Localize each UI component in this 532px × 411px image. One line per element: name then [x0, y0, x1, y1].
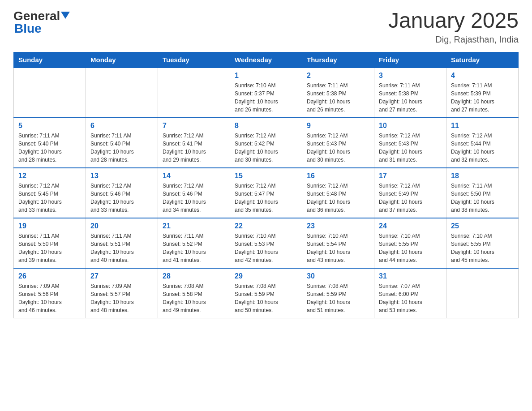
day-number: 31 [379, 272, 442, 280]
calendar-header-friday: Friday [374, 52, 446, 68]
week-row-3: 12Sunrise: 7:12 AM Sunset: 5:45 PM Dayli… [14, 168, 519, 218]
day-number: 22 [235, 222, 297, 230]
calendar-cell: 16Sunrise: 7:12 AM Sunset: 5:48 PM Dayli… [302, 168, 374, 218]
day-number: 2 [307, 72, 369, 80]
day-number: 28 [163, 272, 225, 280]
calendar-header-monday: Monday [86, 52, 158, 68]
day-info: Sunrise: 7:12 AM Sunset: 5:43 PM Dayligh… [379, 132, 442, 164]
day-info: Sunrise: 7:12 AM Sunset: 5:47 PM Dayligh… [235, 182, 297, 214]
calendar-cell: 27Sunrise: 7:09 AM Sunset: 5:57 PM Dayli… [86, 268, 158, 318]
day-info: Sunrise: 7:08 AM Sunset: 5:58 PM Dayligh… [163, 282, 225, 314]
day-info: Sunrise: 7:09 AM Sunset: 5:56 PM Dayligh… [18, 282, 81, 314]
day-info: Sunrise: 7:11 AM Sunset: 5:51 PM Dayligh… [90, 232, 153, 264]
day-number: 20 [90, 222, 153, 230]
calendar-cell: 8Sunrise: 7:12 AM Sunset: 5:42 PM Daylig… [230, 118, 302, 168]
calendar-cell: 30Sunrise: 7:08 AM Sunset: 5:59 PM Dayli… [302, 268, 374, 318]
day-info: Sunrise: 7:12 AM Sunset: 5:43 PM Dayligh… [307, 132, 369, 164]
logo: General Blue [13, 9, 70, 36]
calendar-cell: 28Sunrise: 7:08 AM Sunset: 5:58 PM Dayli… [158, 268, 230, 318]
day-number: 5 [18, 122, 81, 130]
day-number: 10 [379, 122, 442, 130]
day-number: 1 [235, 72, 297, 80]
calendar-cell: 19Sunrise: 7:11 AM Sunset: 5:50 PM Dayli… [14, 218, 86, 268]
calendar-cell [446, 268, 519, 318]
calendar-cell: 12Sunrise: 7:12 AM Sunset: 5:45 PM Dayli… [14, 168, 86, 218]
calendar-cell: 13Sunrise: 7:12 AM Sunset: 5:46 PM Dayli… [86, 168, 158, 218]
calendar-cell: 14Sunrise: 7:12 AM Sunset: 5:46 PM Dayli… [158, 168, 230, 218]
day-info: Sunrise: 7:12 AM Sunset: 5:44 PM Dayligh… [451, 132, 514, 164]
calendar-cell [86, 68, 158, 118]
day-number: 12 [18, 172, 81, 180]
day-info: Sunrise: 7:11 AM Sunset: 5:38 PM Dayligh… [307, 81, 369, 114]
day-info: Sunrise: 7:08 AM Sunset: 5:59 PM Dayligh… [307, 282, 369, 314]
day-number: 23 [307, 222, 369, 230]
calendar-cell: 1Sunrise: 7:10 AM Sunset: 5:37 PM Daylig… [230, 68, 302, 118]
calendar-header-row: SundayMondayTuesdayWednesdayThursdayFrid… [14, 52, 519, 68]
day-number: 26 [18, 272, 81, 280]
calendar-cell: 9Sunrise: 7:12 AM Sunset: 5:43 PM Daylig… [302, 118, 374, 168]
calendar-cell: 29Sunrise: 7:08 AM Sunset: 5:59 PM Dayli… [230, 268, 302, 318]
day-number: 29 [235, 272, 297, 280]
day-number: 15 [235, 172, 297, 180]
title-block: January 2025 Dig, Rajasthan, India [388, 9, 519, 45]
header: General Blue January 2025 Dig, Rajasthan… [13, 9, 519, 45]
calendar-header-saturday: Saturday [446, 52, 519, 68]
day-info: Sunrise: 7:10 AM Sunset: 5:55 PM Dayligh… [451, 232, 514, 264]
day-info: Sunrise: 7:11 AM Sunset: 5:38 PM Dayligh… [379, 81, 442, 114]
calendar-cell: 18Sunrise: 7:11 AM Sunset: 5:50 PM Dayli… [446, 168, 519, 218]
calendar-header-sunday: Sunday [14, 52, 86, 68]
day-number: 4 [451, 72, 514, 80]
week-row-5: 26Sunrise: 7:09 AM Sunset: 5:56 PM Dayli… [14, 268, 519, 318]
day-number: 18 [451, 172, 514, 180]
day-info: Sunrise: 7:12 AM Sunset: 5:46 PM Dayligh… [163, 182, 225, 214]
week-row-2: 5Sunrise: 7:11 AM Sunset: 5:40 PM Daylig… [14, 118, 519, 168]
day-info: Sunrise: 7:12 AM Sunset: 5:46 PM Dayligh… [90, 182, 153, 214]
calendar-cell: 26Sunrise: 7:09 AM Sunset: 5:56 PM Dayli… [14, 268, 86, 318]
day-info: Sunrise: 7:12 AM Sunset: 5:45 PM Dayligh… [18, 182, 81, 214]
calendar-cell: 21Sunrise: 7:11 AM Sunset: 5:52 PM Dayli… [158, 218, 230, 268]
day-info: Sunrise: 7:08 AM Sunset: 5:59 PM Dayligh… [235, 282, 297, 314]
day-info: Sunrise: 7:12 AM Sunset: 5:49 PM Dayligh… [379, 182, 442, 214]
calendar-cell: 10Sunrise: 7:12 AM Sunset: 5:43 PM Dayli… [374, 118, 446, 168]
calendar-cell: 15Sunrise: 7:12 AM Sunset: 5:47 PM Dayli… [230, 168, 302, 218]
day-info: Sunrise: 7:11 AM Sunset: 5:39 PM Dayligh… [451, 81, 514, 114]
day-number: 11 [451, 122, 514, 130]
day-info: Sunrise: 7:11 AM Sunset: 5:50 PM Dayligh… [18, 232, 81, 264]
calendar-cell [14, 68, 86, 118]
calendar-table: SundayMondayTuesdayWednesdayThursdayFrid… [13, 52, 519, 318]
day-number: 17 [379, 172, 442, 180]
week-row-1: 1Sunrise: 7:10 AM Sunset: 5:37 PM Daylig… [14, 68, 519, 118]
location: Dig, Rajasthan, India [388, 34, 519, 45]
day-number: 25 [451, 222, 514, 230]
logo-triangle-icon [61, 12, 70, 19]
day-number: 6 [90, 122, 153, 130]
day-info: Sunrise: 7:12 AM Sunset: 5:48 PM Dayligh… [307, 182, 369, 214]
week-row-4: 19Sunrise: 7:11 AM Sunset: 5:50 PM Dayli… [14, 218, 519, 268]
calendar-header-thursday: Thursday [302, 52, 374, 68]
day-info: Sunrise: 7:10 AM Sunset: 5:53 PM Dayligh… [235, 232, 297, 264]
day-info: Sunrise: 7:07 AM Sunset: 6:00 PM Dayligh… [379, 282, 442, 314]
day-info: Sunrise: 7:12 AM Sunset: 5:42 PM Dayligh… [235, 132, 297, 164]
calendar-cell: 17Sunrise: 7:12 AM Sunset: 5:49 PM Dayli… [374, 168, 446, 218]
day-info: Sunrise: 7:10 AM Sunset: 5:37 PM Dayligh… [235, 81, 297, 114]
day-number: 24 [379, 222, 442, 230]
calendar-cell: 25Sunrise: 7:10 AM Sunset: 5:55 PM Dayli… [446, 218, 519, 268]
day-info: Sunrise: 7:09 AM Sunset: 5:57 PM Dayligh… [90, 282, 153, 314]
calendar-cell: 22Sunrise: 7:10 AM Sunset: 5:53 PM Dayli… [230, 218, 302, 268]
calendar-cell [158, 68, 230, 118]
calendar-header-tuesday: Tuesday [158, 52, 230, 68]
calendar-cell: 7Sunrise: 7:12 AM Sunset: 5:41 PM Daylig… [158, 118, 230, 168]
page: General Blue January 2025 Dig, Rajasthan… [0, 0, 532, 332]
calendar-cell: 6Sunrise: 7:11 AM Sunset: 5:40 PM Daylig… [86, 118, 158, 168]
day-number: 21 [163, 222, 225, 230]
calendar-cell: 23Sunrise: 7:10 AM Sunset: 5:54 PM Dayli… [302, 218, 374, 268]
day-number: 19 [18, 222, 81, 230]
day-info: Sunrise: 7:11 AM Sunset: 5:52 PM Dayligh… [163, 232, 225, 264]
day-info: Sunrise: 7:11 AM Sunset: 5:40 PM Dayligh… [18, 132, 81, 164]
calendar-cell: 5Sunrise: 7:11 AM Sunset: 5:40 PM Daylig… [14, 118, 86, 168]
calendar-cell: 3Sunrise: 7:11 AM Sunset: 5:38 PM Daylig… [374, 68, 446, 118]
day-number: 13 [90, 172, 153, 180]
day-info: Sunrise: 7:10 AM Sunset: 5:54 PM Dayligh… [307, 232, 369, 264]
month-title: January 2025 [388, 9, 519, 33]
day-number: 27 [90, 272, 153, 280]
